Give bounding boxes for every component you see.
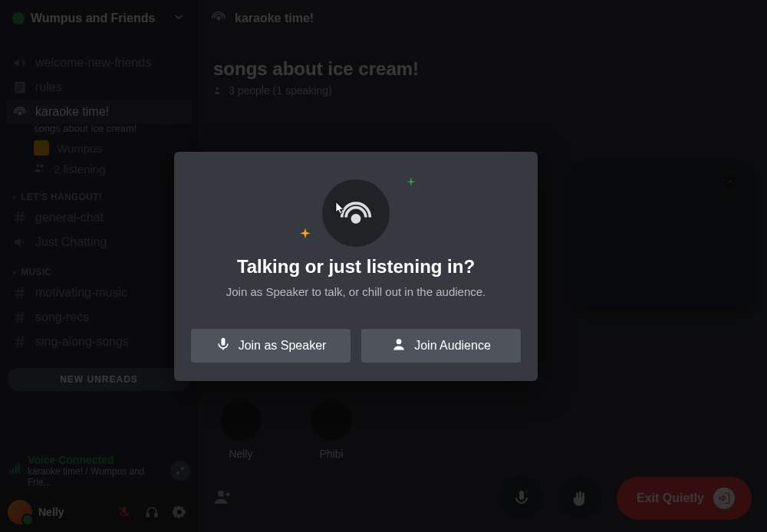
audience-icon <box>391 337 407 355</box>
svg-point-18 <box>352 215 359 222</box>
channel-song-recs[interactable]: song-recs <box>0 305 198 330</box>
channel-general-chat[interactable]: general-chat <box>0 205 198 230</box>
audience-member[interactable]: Phibi <box>310 399 353 460</box>
channel-title: karaoke time! <box>235 11 314 25</box>
hash-icon <box>12 334 28 350</box>
server-name: Wumpus and Friends <box>31 11 155 25</box>
sparkle-icon <box>298 227 312 244</box>
stage-subtitle: 3 people (1 speaking) <box>213 84 752 97</box>
join-audience-button[interactable]: Join Audience <box>361 329 521 363</box>
stage-icon <box>12 104 28 120</box>
avatar-icon <box>34 140 49 156</box>
audience-member[interactable]: Nelly <box>219 399 262 460</box>
member-name: Phibi <box>319 448 343 460</box>
invite-user-button[interactable] <box>213 488 232 509</box>
microphone-icon <box>216 337 231 355</box>
avatar[interactable] <box>8 500 32 524</box>
mute-button[interactable] <box>114 501 135 523</box>
exit-label: Exit Quietly <box>637 491 704 505</box>
shield-icon <box>721 173 739 195</box>
avatar <box>219 399 262 442</box>
member-name: Nelly <box>229 448 252 460</box>
server-header[interactable]: Wumpus and Friends <box>0 0 198 37</box>
sparkle-icon <box>406 176 416 190</box>
section-music[interactable]: ▾MUSIC <box>0 255 198 281</box>
channel-rules[interactable]: rules <box>0 75 198 100</box>
stage-speaker-row[interactable]: Wumpus <box>0 137 198 159</box>
username: Nelly <box>38 506 107 518</box>
stage-title: songs about ice cream! <box>213 58 752 80</box>
hash-icon <box>12 285 28 300</box>
stage-icon <box>210 8 227 28</box>
disconnect-button[interactable] <box>170 461 190 481</box>
hash-icon <box>12 310 28 325</box>
svg-rect-10 <box>18 464 20 475</box>
speaker-name: Wumpus <box>57 142 102 155</box>
hash-icon <box>12 210 28 225</box>
stage-topic: songs about ice cream! <box>0 123 198 134</box>
section-hangout[interactable]: ▾LET'S HANGOUT! <box>0 179 198 205</box>
settings-button[interactable] <box>169 501 190 523</box>
svg-point-19 <box>397 339 402 344</box>
people-icon <box>213 85 224 96</box>
moderator-card[interactable] <box>572 161 752 307</box>
raise-hand-button[interactable] <box>558 477 601 520</box>
channel-label: welcome-new-friends <box>35 56 151 70</box>
channel-label: rules <box>35 80 62 94</box>
exit-quietly-button[interactable]: Exit Quietly <box>617 477 752 520</box>
modal-buttons: Join as Speaker Join Audience <box>191 329 521 363</box>
deafen-button[interactable] <box>141 501 163 523</box>
audience-row: Nelly Phibi <box>219 399 353 460</box>
app-root: Wumpus and Friends welcome-new-friends r… <box>0 0 767 532</box>
rules-icon <box>12 80 28 95</box>
channel-sing-along[interactable]: sing-along-songs <box>0 330 198 354</box>
channel-motivating-music[interactable]: motivating-music <box>0 281 198 305</box>
channel-label: general-chat <box>35 211 104 225</box>
listening-label: 2 listening <box>54 163 106 176</box>
chevron-down-icon <box>172 10 186 27</box>
join-stage-modal: Talking or just listening in? Join as Sp… <box>174 152 538 381</box>
button-label: Join as Speaker <box>239 339 327 353</box>
button-label: Join Audience <box>414 339 491 353</box>
svg-point-17 <box>218 491 224 497</box>
channel-stage-karaoke[interactable]: karaoke time! <box>6 100 192 124</box>
svg-point-6 <box>41 164 44 167</box>
svg-point-14 <box>217 17 220 20</box>
svg-rect-9 <box>15 466 17 475</box>
svg-rect-13 <box>155 514 157 517</box>
voice-status-title: Voice Connected <box>28 454 164 466</box>
modal-hero <box>191 175 521 251</box>
new-unreads-pill[interactable]: NEW UNREADS <box>8 368 190 391</box>
signal-icon <box>8 462 21 479</box>
channel-label: sing-along-songs <box>35 335 129 349</box>
sidebar: Wumpus and Friends welcome-new-friends r… <box>0 0 198 532</box>
leave-icon <box>713 488 735 509</box>
svg-point-5 <box>36 164 39 167</box>
channel-welcome[interactable]: welcome-new-friends <box>0 51 198 75</box>
voice-connected-panel: Voice Connected karaoke time! / Wumpus a… <box>0 449 198 492</box>
channel-just-chatting[interactable]: Just Chatting <box>0 230 198 255</box>
megaphone-icon <box>12 55 28 71</box>
channel-list: welcome-new-friends rules karaoke time! … <box>0 37 198 449</box>
svg-rect-12 <box>146 514 149 517</box>
modal-title: Talking or just listening in? <box>191 256 521 277</box>
svg-point-4 <box>18 112 21 114</box>
channel-label: karaoke time! <box>35 105 109 119</box>
stage-footer: Exit Quietly <box>198 465 767 532</box>
channel-header: karaoke time! <box>198 0 767 37</box>
channel-label: motivating-music <box>35 286 127 300</box>
user-panel: Nelly <box>0 492 198 532</box>
stage-listening-row[interactable]: 2 listening <box>0 159 198 179</box>
svg-rect-8 <box>12 468 14 475</box>
svg-rect-3 <box>17 90 21 90</box>
join-as-speaker-button[interactable]: Join as Speaker <box>191 329 351 363</box>
speaker-icon <box>12 235 28 250</box>
svg-point-15 <box>216 87 219 90</box>
modal-description: Join as Speaker to talk, or chill out in… <box>191 285 521 298</box>
request-to-speak-button[interactable] <box>500 477 543 520</box>
cursor-icon <box>334 201 347 218</box>
svg-rect-2 <box>17 87 23 87</box>
people-icon <box>34 162 46 176</box>
channel-label: Just Chatting <box>35 235 107 249</box>
svg-rect-1 <box>17 84 23 85</box>
